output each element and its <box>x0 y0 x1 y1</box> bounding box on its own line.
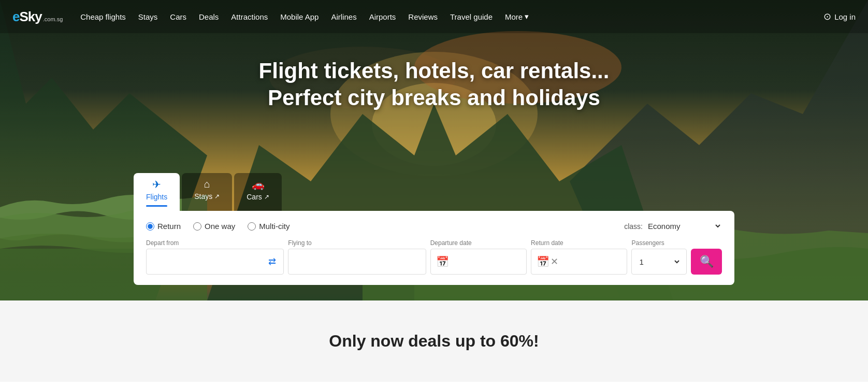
logo[interactable]: eSky .com.sg <box>12 9 63 25</box>
nav-travel-guide[interactable]: Travel guide <box>445 9 498 24</box>
nav-more[interactable]: More ▾ <box>500 9 534 24</box>
cars-icon: 🚗 <box>252 178 265 191</box>
passengers-input-wrap: 1 2 3 4 5 6 <box>631 249 687 275</box>
trip-multicity[interactable]: Multi-city <box>248 222 290 231</box>
departure-date-label: Departure date <box>430 239 527 247</box>
stays-icon: ⌂ <box>204 178 210 190</box>
departure-date-input-wrap[interactable]: 📅 <box>430 249 527 275</box>
tab-cars-label: Cars ↗ <box>247 193 269 201</box>
return-date-label: Return date <box>531 239 627 247</box>
login-button[interactable]: ⊙ Log in <box>823 11 856 22</box>
search-panel: Return One way Multi-city class: Economy… <box>134 211 734 285</box>
nav-cars[interactable]: Cars <box>165 9 192 24</box>
departure-date-field-group: Departure date 📅 <box>430 239 527 275</box>
search-container: ✈ Flights ⌂ Stays ↗ 🚗 Cars ↗ Return <box>134 173 734 285</box>
flying-label: Flying to <box>288 239 426 247</box>
return-date-input-wrap[interactable]: 📅 ✕ <box>531 249 627 275</box>
nav-deals[interactable]: Deals <box>194 9 224 24</box>
flying-input-wrap <box>288 249 426 275</box>
search-icon: 🔍 <box>700 255 714 268</box>
flying-field-group: Flying to <box>288 239 426 275</box>
deals-title: Only now deals up to 60%! <box>12 332 856 351</box>
return-date-field-group: Return date 📅 ✕ <box>531 239 627 275</box>
passengers-field-group: Passengers 1 2 3 4 5 6 <box>631 239 687 275</box>
tab-active-indicator <box>146 205 167 207</box>
flights-icon: ✈ <box>152 178 161 191</box>
bottom-section: Only now deals up to 60%! <box>0 300 868 382</box>
depart-label: Depart from <box>146 239 284 247</box>
logo-suffix: .com.sg <box>43 16 63 22</box>
tab-stays-label: Stays ↗ <box>194 192 220 200</box>
passengers-select[interactable]: 1 2 3 4 5 6 <box>637 257 681 267</box>
nav-airports[interactable]: Airports <box>364 9 401 24</box>
trip-oneway[interactable]: One way <box>193 222 235 231</box>
header: eSky .com.sg Cheap flights Stays Cars De… <box>0 0 868 33</box>
passengers-label: Passengers <box>631 239 687 247</box>
trip-type-row: Return One way Multi-city class: Economy… <box>146 221 722 231</box>
fields-row: Depart from ⇄ Flying to Departure date <box>146 239 722 275</box>
nav-airlines[interactable]: Airlines <box>326 9 361 24</box>
search-button[interactable]: 🔍 <box>691 249 722 275</box>
login-icon: ⊙ <box>823 11 831 22</box>
chevron-down-icon: ▾ <box>525 12 529 21</box>
depart-input-wrap: ⇄ <box>146 249 284 275</box>
trip-return[interactable]: Return <box>146 222 181 231</box>
tab-stays[interactable]: ⌂ Stays ↗ <box>182 173 232 211</box>
flying-input[interactable] <box>294 257 420 266</box>
class-select-wrap: class: Economy Business First Class Prem… <box>624 221 722 231</box>
nav-mobile-app[interactable]: Mobile App <box>275 9 324 24</box>
swap-button[interactable]: ⇄ <box>266 256 278 267</box>
main-nav: Cheap flights Stays Cars Deals Attractio… <box>75 9 823 24</box>
calendar-icon: 📅 <box>436 255 449 268</box>
search-tabs: ✈ Flights ⌂ Stays ↗ 🚗 Cars ↗ <box>134 173 734 211</box>
hero-section: Flight tickets, hotels, car rentals... P… <box>0 0 868 300</box>
nav-attractions[interactable]: Attractions <box>226 9 273 24</box>
clear-return-date-button[interactable]: ✕ <box>549 256 559 267</box>
return-calendar-icon: 📅 <box>537 255 549 268</box>
class-select[interactable]: Economy Business First Class Premium Eco… <box>646 221 722 231</box>
logo-text: eSky <box>12 9 42 25</box>
tab-flights[interactable]: ✈ Flights <box>134 173 180 211</box>
nav-stays[interactable]: Stays <box>133 9 163 24</box>
hero-title: Flight tickets, hotels, car rentals... P… <box>0 57 868 110</box>
depart-field-group: Depart from ⇄ <box>146 239 284 275</box>
nav-cheap-flights[interactable]: Cheap flights <box>75 9 131 24</box>
depart-input[interactable] <box>152 257 266 266</box>
nav-reviews[interactable]: Reviews <box>403 9 443 24</box>
tab-flights-label: Flights <box>146 193 167 201</box>
tab-cars[interactable]: 🚗 Cars ↗ <box>234 173 282 211</box>
